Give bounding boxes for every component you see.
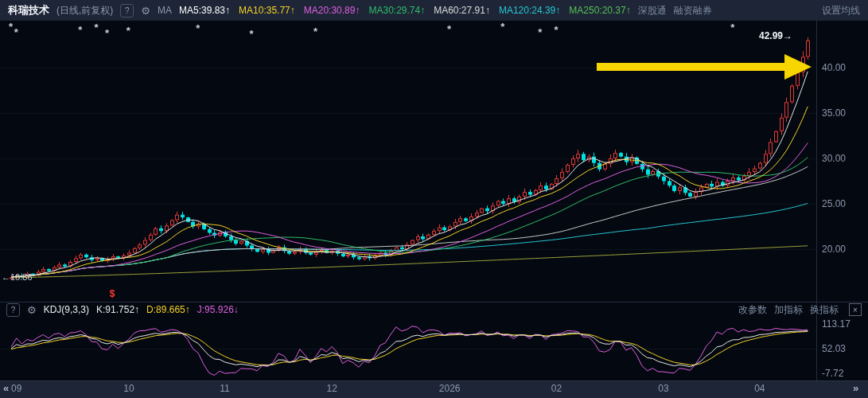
highlight-arrow-shaft [597,63,784,71]
event-marker-icon: * [538,29,542,36]
kdj-switch-indicator-button[interactable]: 换指标 [810,303,839,317]
price-tick-label: 40.00 [822,62,846,73]
event-marker-icon: * [249,31,253,37]
event-marker-icon: * [730,25,734,31]
kdj-k-value: K:91.752↑ [96,304,139,315]
ma-group-label: MA [158,5,172,16]
highlight-arrow-icon [784,54,812,80]
time-tick-label: 12 [327,383,337,394]
dividend-marker-icon: $ [110,288,115,299]
kdj-add-indicator-button[interactable]: 加指标 [774,303,803,317]
event-marker-icon: * [313,29,317,35]
kdj-header: ? ⚙ KDJ(9,3,3) K:91.752↑ D:89.665↑ J:95.… [0,302,868,317]
time-tick-label: 04 [754,383,765,394]
event-marker-icon: * [447,26,451,33]
stock-name: 科瑞技术 [8,3,49,18]
event-marker-icon: * [105,30,109,37]
kdj-j-value: J:95.926↓ [197,304,239,315]
kdj-close-icon[interactable]: × [849,303,862,316]
time-tick-label: 03 [658,383,668,394]
time-tick-label: 11 [220,383,229,394]
kdj-d-value: D:89.665↑ [146,304,190,315]
event-marker-icon: * [127,28,130,34]
event-marker-icon: * [196,25,200,32]
event-marker-icon: * [95,25,99,31]
ma-legend-item: MA20:30.89↑ [304,5,360,16]
event-marker-icon: * [554,27,558,33]
ma-legend: MA5:39.83↑MA10:35.77↑MA20:30.89↑MA30:29.… [179,5,631,16]
help-icon[interactable]: ? [120,4,134,18]
time-tick-label: 02 [551,383,562,394]
price-tick-label: 35.00 [822,107,846,119]
gear-icon[interactable]: ⚙ [141,5,150,17]
ma-legend-item: MA5:39.83↑ [179,5,230,16]
price-tick-label: 20.00 [822,244,846,255]
scroll-right-button[interactable]: » [853,382,858,394]
event-marker-icon: * [9,24,13,30]
stock-app-window: 科瑞技术 (日线,前复权) ? ⚙ MA MA5:39.83↑MA10:35.7… [0,0,868,398]
kdj-indicator-chart[interactable] [0,317,868,380]
kdj-tick-label: -7.72 [822,368,843,379]
last-price-annotation: 42.99→ [759,30,792,41]
time-tick-label: 09 [11,383,21,394]
price-tick-label: 30.00 [822,153,846,164]
event-marker-icon: * [78,27,82,33]
event-marker-icon: * [500,24,504,30]
chart-mode-label: (日线,前复权) [56,4,113,18]
ma-legend-item: MA120:24.39↑ [499,5,560,16]
link-margin-trading[interactable]: 融资融券 [674,4,712,18]
top-toolbar: 科瑞技术 (日线,前复权) ? ⚙ MA MA5:39.83↑MA10:35.7… [0,0,868,21]
kdj-tick-label: 52.03 [822,343,846,354]
event-marker-icon: * [14,29,18,36]
scroll-left-button[interactable]: « [3,382,9,394]
ma250-start-annotation: ←16.86 [2,272,33,282]
ma-legend-item: MA250:20.37↑ [569,5,630,16]
kdj-title: KDJ(9,3,3) [44,304,89,315]
kdj-tick-label: 113.17 [822,318,850,330]
time-tick-label: 10 [123,383,134,394]
ma-legend-item: MA30:29.74↑ [368,5,425,16]
ma-legend-item: MA10:35.77↑ [239,5,295,16]
kdj-help-icon[interactable]: ? [6,303,20,317]
time-tick-label: 2026 [439,383,461,394]
kdj-change-params-button[interactable]: 改参数 [738,303,767,317]
kdj-gear-icon[interactable]: ⚙ [27,304,37,316]
ma-settings-button[interactable]: 设置均线 [822,4,860,18]
price-tick-label: 25.00 [822,198,846,209]
ma-legend-item: MA60:27.91↑ [434,5,490,16]
link-szhk-connect[interactable]: 深股通 [638,4,667,18]
